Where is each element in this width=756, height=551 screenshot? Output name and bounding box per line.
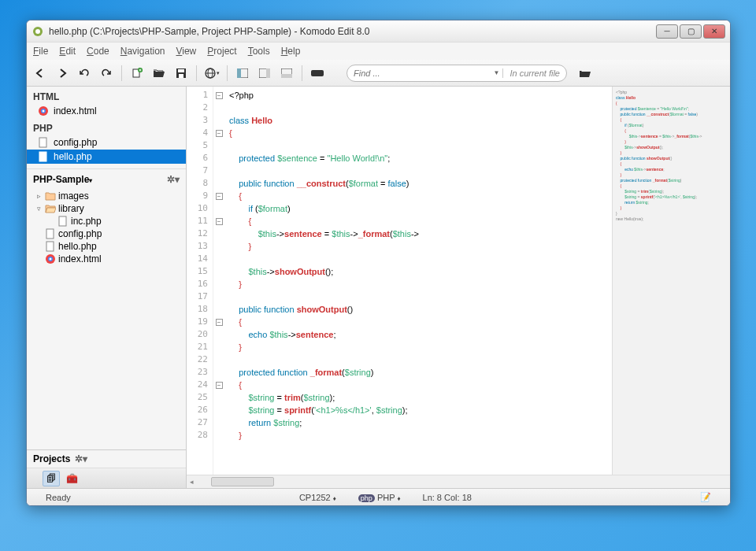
app-icon <box>32 25 44 38</box>
file-icon <box>38 151 49 162</box>
open-file-hello-php[interactable]: hello.php <box>27 150 186 164</box>
status-language[interactable]: php PHP ♦ <box>347 493 412 502</box>
tree-item-images[interactable]: ▹images <box>30 190 183 202</box>
menu-tools[interactable]: Tools <box>248 46 270 57</box>
project-tree: ▹images▿libraryinc.phpconfig.phphello.ph… <box>27 190 186 265</box>
svg-rect-5 <box>178 69 184 72</box>
fold-toggle[interactable]: − <box>216 218 223 225</box>
fold-toggle[interactable]: − <box>216 92 223 99</box>
titlebar[interactable]: hello.php (C:\Projects\PHP-Sample, Proje… <box>27 20 730 43</box>
group-php: PHP <box>27 118 186 135</box>
app-window: hello.php (C:\Projects\PHP-Sample, Proje… <box>26 20 731 506</box>
open-button[interactable] <box>150 65 168 82</box>
back-button[interactable] <box>32 65 49 82</box>
open-project-button[interactable] <box>576 65 594 82</box>
find-scope[interactable]: In current file <box>502 68 566 78</box>
new-file-button[interactable] <box>128 65 146 82</box>
svg-rect-12 <box>266 68 270 78</box>
svg-rect-22 <box>46 229 54 239</box>
menu-code[interactable]: Code <box>87 46 109 57</box>
fold-gutter[interactable]: −−−−−− <box>213 87 224 488</box>
horizontal-scrollbar[interactable]: ◂ <box>187 475 730 488</box>
fold-toggle[interactable]: − <box>216 193 223 200</box>
gear-icon[interactable]: ✲▾ <box>167 174 180 185</box>
save-button[interactable] <box>172 65 190 82</box>
file-label: hello.php <box>54 151 92 162</box>
close-button[interactable]: ✕ <box>703 24 725 39</box>
scrollbar-thumb[interactable] <box>211 477 274 486</box>
toggle-view-button[interactable] <box>309 65 326 82</box>
menu-project[interactable]: Project <box>207 46 236 57</box>
open-file-index-html[interactable]: index.html <box>27 104 186 118</box>
minimap[interactable]: <?phpclass Hello{ protected $sentence = … <box>612 87 730 488</box>
find-dropdown-icon[interactable]: ▼ <box>493 69 502 76</box>
projects-label: Projects <box>33 453 70 464</box>
fold-toggle[interactable]: − <box>216 319 223 326</box>
status-encoding[interactable]: CP1252 ♦ <box>288 493 347 502</box>
line-gutter[interactable]: 1234567891011121314151617181920212223242… <box>187 87 213 488</box>
svg-rect-20 <box>39 152 46 161</box>
svg-rect-23 <box>46 242 54 251</box>
tree-item-config-php[interactable]: config.php <box>30 227 183 240</box>
svg-rect-21 <box>59 216 66 226</box>
menu-view[interactable]: View <box>176 46 196 57</box>
chrome-icon <box>38 105 49 116</box>
browser-preview-button[interactable]: ▾ <box>203 65 220 82</box>
open-files-pane: HTML index.html PHP config.php hello.php <box>27 87 186 169</box>
tree-item-inc-php[interactable]: inc.php <box>30 215 183 227</box>
forward-button[interactable] <box>54 65 71 82</box>
toolbar: ▾ ▼ In current file <box>27 60 730 87</box>
pane-bottom-button[interactable] <box>278 65 295 82</box>
open-file-config-php[interactable]: config.php <box>27 135 186 150</box>
places-tab-icon[interactable]: 🗐 <box>43 471 60 486</box>
pane-left-button[interactable] <box>234 65 251 82</box>
tree-item-index-html[interactable]: index.html <box>30 253 183 265</box>
projects-pane: Projects ✲▾ 🗐 🧰 ✕ <box>27 449 186 488</box>
find-box: ▼ In current file <box>346 65 567 82</box>
svg-point-1 <box>35 29 40 34</box>
menu-help[interactable]: Help <box>281 46 301 57</box>
file-icon <box>38 137 49 148</box>
minimize-button[interactable]: ─ <box>656 24 678 39</box>
svg-point-18 <box>43 110 45 113</box>
svg-rect-10 <box>237 68 241 78</box>
pane-right-button[interactable] <box>256 65 273 82</box>
svg-rect-15 <box>311 70 324 76</box>
project-name[interactable]: PHP-Sample▾ <box>33 174 92 185</box>
code-editor[interactable]: <?phpclass Hello{ protected $sentence = … <box>224 87 612 488</box>
tree-item-library[interactable]: ▿library <box>30 202 183 215</box>
menu-navigation[interactable]: Navigation <box>120 46 165 57</box>
status-position: Ln: 8 Col: 18 <box>412 493 483 502</box>
menu-file[interactable]: File <box>33 46 48 57</box>
window-title: hello.php (C:\Projects\PHP-Sample, Proje… <box>49 26 656 37</box>
svg-rect-6 <box>179 74 183 78</box>
file-label: index.html <box>54 105 97 116</box>
gear-icon[interactable]: ✲▾ <box>75 453 87 464</box>
svg-rect-14 <box>281 74 292 78</box>
toolbox-tab-icon[interactable]: 🧰 <box>66 473 78 484</box>
file-label: config.php <box>54 137 97 148</box>
find-input[interactable] <box>347 68 493 78</box>
fold-toggle[interactable]: − <box>216 382 223 389</box>
group-html: HTML <box>27 87 186 104</box>
editor-area: 1234567891011121314151617181920212223242… <box>187 87 730 488</box>
redo-button[interactable] <box>98 65 115 82</box>
sidebar: HTML index.html PHP config.php hello.php <box>27 87 187 488</box>
undo-button[interactable] <box>76 65 93 82</box>
fold-toggle[interactable]: − <box>216 130 223 137</box>
menu-edit[interactable]: Edit <box>59 46 76 57</box>
maximize-button[interactable]: ▢ <box>680 24 702 39</box>
svg-rect-19 <box>39 138 46 147</box>
sync-icon[interactable]: 📝 <box>689 492 722 502</box>
menubar: File Edit Code Navigation View Project T… <box>27 43 730 60</box>
main-area: HTML index.html PHP config.php hello.php <box>27 87 730 488</box>
statusbar: Ready CP1252 ♦ php PHP ♦ Ln: 8 Col: 18 📝 <box>27 488 730 505</box>
project-pane: PHP-Sample▾ ✲▾ ▹images▿libraryinc.phpcon… <box>27 169 186 449</box>
svg-point-26 <box>50 258 52 261</box>
status-ready: Ready <box>35 493 82 502</box>
tree-item-hello-php[interactable]: hello.php <box>30 240 183 253</box>
